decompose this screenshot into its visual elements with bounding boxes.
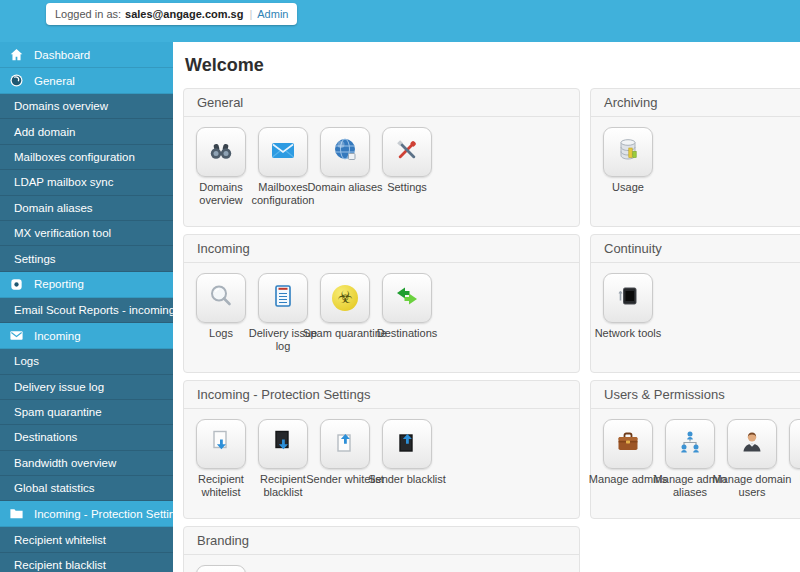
domains-overview-button[interactable] (196, 127, 246, 177)
launch-item-logs[interactable]: Logs (196, 273, 246, 353)
login-status: Logged in as: sales@angage.com.sg | Admi… (46, 3, 297, 25)
sidebar-item-label: Incoming - Protection Settings (34, 508, 173, 520)
panel-archiving: Archiving Usage (590, 88, 800, 227)
manage-admins-button[interactable] (603, 419, 653, 469)
panel-branding: Branding (183, 526, 580, 572)
sidebar-item-global-statistics[interactable]: Global statistics (0, 476, 173, 501)
sidebar-item-label: General (34, 75, 75, 87)
sidebar-item-label: Dashboard (34, 49, 90, 61)
users-button[interactable] (789, 419, 800, 469)
destinations-button[interactable] (382, 273, 432, 323)
sidebar-item-dashboard[interactable]: Dashboard (0, 42, 173, 68)
sender-whitelist-button[interactable] (320, 419, 370, 469)
binoculars-icon (207, 136, 235, 168)
sidebar-item-reporting[interactable]: Reporting (0, 272, 173, 298)
page-arrow-up-black-icon (393, 428, 421, 460)
launch-item-destinations[interactable]: Destinations (382, 273, 432, 353)
launch-item-manage-admin-aliases[interactable]: Manage admin aliases (665, 419, 715, 499)
database-icon (614, 136, 642, 168)
panel-title: Continuity (591, 235, 800, 263)
launch-item-usage[interactable]: Usage (603, 127, 653, 194)
sidebar-item-domain-aliases[interactable]: Domain aliases (0, 196, 173, 221)
launch-item-delivery-issue-log[interactable]: Delivery issue log (258, 273, 308, 353)
domain-aliases-button[interactable] (320, 127, 370, 177)
sidebar-item-general[interactable]: General (0, 68, 173, 94)
envelope-icon (9, 328, 24, 343)
manage-admin-aliases-button[interactable] (665, 419, 715, 469)
panel-title: Branding (184, 527, 579, 555)
sidebar-item-ldap-mailbox-sync[interactable]: LDAP mailbox sync (0, 170, 173, 195)
search-icon (207, 282, 235, 314)
launch-item-manage-domain-users[interactable]: Manage domain users (727, 419, 777, 499)
usage-button[interactable] (603, 127, 653, 177)
spam-quarantine-button[interactable]: ☣ (320, 273, 370, 323)
panel-users-permissions: Users & Permissions Manage admins Manage… (590, 380, 800, 519)
sidebar-item-recipient-whitelist[interactable]: Recipient whitelist (0, 527, 173, 552)
sidebar-item-email-scout-reports-incoming[interactable]: Email Scout Reports - incoming (0, 298, 173, 323)
user-icon (738, 428, 766, 460)
panel-incoming-protection-settings: Incoming - Protection Settings Recipient… (183, 380, 580, 519)
sidebar-item-settings[interactable]: Settings (0, 246, 173, 271)
launch-item-recipient-blacklist[interactable]: Recipient blacklist (258, 419, 308, 499)
launch-item-sender-whitelist[interactable]: Sender whitelist (320, 419, 370, 499)
network-tools-button[interactable] (603, 273, 653, 323)
folder-icon (9, 506, 24, 521)
branding-button[interactable] (196, 565, 246, 572)
home-icon (9, 47, 24, 62)
sidebar-item-label: Incoming (34, 330, 81, 342)
launch-item-domain-aliases[interactable]: Domain aliases (320, 127, 370, 207)
ledger-icon (269, 282, 297, 314)
panel-general: General Domains overview Mailboxes confi… (183, 88, 580, 227)
recipient-blacklist-button[interactable] (258, 419, 308, 469)
tools-icon (393, 136, 421, 168)
admin-link[interactable]: Admin (257, 8, 288, 20)
recipient-whitelist-button[interactable] (196, 419, 246, 469)
sidebar-item-mx-verification-tool[interactable]: MX verification tool (0, 221, 173, 246)
logs-button[interactable] (196, 273, 246, 323)
sidebar-item-spam-quarantine[interactable]: Spam quarantine (0, 400, 173, 425)
launch-item-settings[interactable]: Settings (382, 127, 432, 207)
sidebar-item-delivery-issue-log[interactable]: Delivery issue log (0, 375, 173, 400)
launch-item-recipient-whitelist[interactable]: Recipient whitelist (196, 419, 246, 499)
launch-item-domains-overview[interactable]: Domains overview (196, 127, 246, 207)
launch-item-users[interactable]: Users (789, 419, 800, 499)
page-arrow-down-white-icon (207, 428, 235, 460)
report-icon (9, 277, 24, 292)
sidebar: Dashboard General Domains overview Add d… (0, 42, 173, 572)
logged-in-email: sales@angage.com.sg (125, 8, 243, 20)
separator: | (249, 8, 252, 20)
manage-domain-users-button[interactable] (727, 419, 777, 469)
globe-icon (331, 136, 359, 168)
mail-icon (269, 136, 297, 168)
sidebar-item-mailboxes-configuration[interactable]: Mailboxes configuration (0, 145, 173, 170)
delivery-issue-log-button[interactable] (258, 273, 308, 323)
sender-blacklist-button[interactable] (382, 419, 432, 469)
sidebar-item-incoming-protection-settings[interactable]: Incoming - Protection Settings (0, 501, 173, 527)
sidebar-item-destinations[interactable]: Destinations (0, 425, 173, 450)
page-title: Welcome (185, 55, 800, 76)
settings-button[interactable] (382, 127, 432, 177)
sidebar-item-label: Reporting (34, 278, 84, 290)
panel-incoming: Incoming Logs Delivery issue log ☣ Spam … (183, 234, 580, 373)
panel-title: Incoming - Protection Settings (184, 381, 579, 409)
launch-item-network-tools[interactable]: Network tools (603, 273, 653, 340)
launch-item-branding[interactable] (196, 565, 246, 572)
sidebar-item-add-domain[interactable]: Add domain (0, 119, 173, 144)
page-arrow-up-white-icon (331, 428, 359, 460)
sidebar-item-domains-overview[interactable]: Domains overview (0, 94, 173, 119)
sidebar-item-logs[interactable]: Logs (0, 349, 173, 374)
mailboxes-configuration-button[interactable] (258, 127, 308, 177)
launch-item-spam-quarantine[interactable]: ☣ Spam quarantine (320, 273, 370, 353)
biohazard-icon: ☣ (332, 285, 358, 311)
org-tree-icon (676, 428, 704, 460)
sidebar-item-bandwidth-overview[interactable]: Bandwidth overview (0, 451, 173, 476)
arrows-icon (393, 282, 421, 314)
page-arrow-down-black-icon (269, 428, 297, 460)
sidebar-item-incoming[interactable]: Incoming (0, 323, 173, 349)
panel-title: Incoming (184, 235, 579, 263)
launch-item-sender-blacklist[interactable]: Sender blacklist (382, 419, 432, 499)
launch-item-manage-admins[interactable]: Manage admins (603, 419, 653, 499)
panel-title: Archiving (591, 89, 800, 117)
sidebar-item-recipient-blacklist[interactable]: Recipient blacklist (0, 553, 173, 572)
launch-item-mailboxes-configuration[interactable]: Mailboxes configuration (258, 127, 308, 207)
